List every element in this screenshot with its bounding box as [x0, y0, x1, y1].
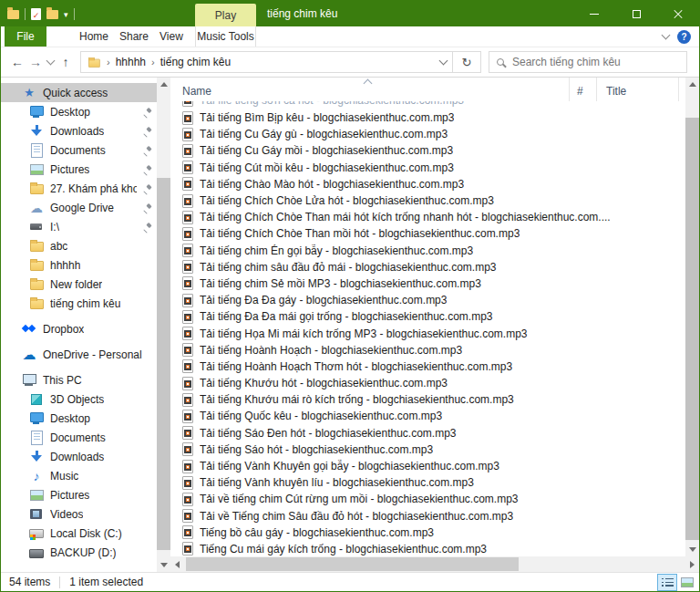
sidebar-item[interactable]: Downloads: [1, 121, 157, 140]
file-row[interactable]: Tải tiếng Bìm Bịp kêu - blogchiasekienth…: [170, 109, 685, 126]
new-folder-icon[interactable]: [46, 10, 58, 19]
properties-icon[interactable]: [31, 8, 41, 20]
sidebar-item[interactable]: Desktop: [1, 102, 157, 121]
scroll-down-arrow-icon[interactable]: [157, 558, 170, 572]
sidebar-item[interactable]: Local Disk (C:): [1, 524, 157, 543]
thumbnails-view-button[interactable]: [677, 574, 697, 591]
forward-button[interactable]: [26, 55, 45, 69]
file-row[interactable]: Tải tiếng Cu Gáy mồi - blogchiasekienthu…: [170, 142, 685, 159]
column-header-row: Name # Title: [170, 78, 699, 101]
file-row[interactable]: Tải về Tiếng chim Sâu đầu đỏ hót - blogc…: [170, 508, 685, 524]
file-row[interactable]: Tải file tiếng sơn ca hót - blogchiaseki…: [170, 101, 685, 109]
sidebar-item[interactable]: Desktop: [1, 409, 157, 428]
column-header-title[interactable]: Title: [597, 78, 679, 101]
vertical-scrollbar-thumb[interactable]: [685, 118, 699, 540]
sidebar-item[interactable]: Downloads: [1, 447, 157, 466]
ribbon-collapse-chevron-icon[interactable]: [662, 31, 671, 40]
mp3-file-icon: [182, 144, 193, 158]
scroll-up-arrow-icon[interactable]: [157, 78, 170, 91]
file-row[interactable]: Tải tiếng Khướu hót - blogchiasekienthuc…: [170, 375, 685, 391]
file-row[interactable]: Tải tiếng Vành Khuyên gọi bẫy - blogchia…: [170, 458, 685, 474]
file-row[interactable]: Tải tiếng Cút mồi kêu - blogchiasekienth…: [170, 160, 685, 176]
ribbon-tab[interactable]: Home: [74, 26, 114, 47]
ribbon-tab[interactable]: Share: [114, 26, 154, 47]
sidebar-item[interactable]: Pictures: [1, 160, 157, 179]
column-header-number[interactable]: #: [570, 78, 597, 101]
sidebar-item[interactable]: New folder: [1, 275, 157, 294]
file-row[interactable]: Tải tiếng chim Sẻ mồi MP3 - blogchiaseki…: [170, 275, 685, 292]
search-box[interactable]: [489, 51, 687, 73]
file-row[interactable]: Tải tiếng Đa Đa mái gọi trống - blogchia…: [170, 308, 685, 325]
mp3-file-icon: [182, 359, 193, 373]
file-row[interactable]: Tải tiếng Sáo hót - blogchiasekienthuc.c…: [170, 441, 685, 458]
file-row[interactable]: Tải tiếng Sáo Đen hót - blogchiasekienth…: [170, 425, 685, 441]
up-button[interactable]: [57, 55, 75, 69]
mp3-file-icon: [182, 211, 193, 224]
scroll-down-arrow-icon[interactable]: [685, 543, 699, 556]
sidebar-item[interactable]: 27. Khám phá kho gam: [1, 179, 157, 198]
sidebar-item[interactable]: Music: [1, 466, 157, 485]
qat-dropdown-icon[interactable]: [64, 7, 68, 20]
file-row[interactable]: Tiếng bồ câu gáy - blogchiasekienthuc.co…: [170, 524, 685, 541]
scroll-right-arrow-icon[interactable]: [685, 556, 699, 572]
sidebar-scrollbar[interactable]: [157, 78, 170, 572]
sidebar-item[interactable]: I:\: [1, 217, 157, 236]
ribbon-tab[interactable]: Music Tools: [195, 26, 256, 47]
file-row[interactable]: Tải tiếng Đa Đa gáy - blogchiasekienthuc…: [170, 292, 685, 308]
file-row[interactable]: Tải tiếng Chích Chòe Than mồi hót - blog…: [170, 225, 685, 242]
address-dropdown-icon[interactable]: [439, 57, 448, 66]
file-row[interactable]: Tải tiếng Chào Mào hót - blogchiasekient…: [170, 176, 685, 192]
file-row[interactable]: Tiếng Cu mái gáy kích trống - blogchiase…: [170, 541, 685, 556]
close-button[interactable]: [657, 1, 699, 26]
search-input[interactable]: [510, 55, 679, 69]
ribbon-tab[interactable]: View: [154, 26, 189, 47]
file-row[interactable]: Tải tiếng Khướu mái rò kích trống - blog…: [170, 391, 685, 408]
sidebar-item[interactable]: tiếng chim kêu: [1, 294, 157, 313]
file-row[interactable]: Tải tiếng Hoành Hoạch Thơm hót - blogchi…: [170, 358, 685, 375]
ribbon-tab[interactable]: File: [5, 26, 46, 47]
address-bar[interactable]: › hhhhh › tiếng chim kêu: [80, 51, 453, 73]
back-button[interactable]: [8, 55, 26, 69]
scroll-left-arrow-icon[interactable]: [170, 556, 184, 572]
sidebar-item[interactable]: OneDrive - Personal: [1, 345, 157, 364]
refresh-button[interactable]: [453, 51, 481, 73]
file-row[interactable]: Tải tiếng Chích Chòe Than mái hót kích t…: [170, 209, 685, 225]
file-row[interactable]: Tải tiếng Cu Gáy gù - blogchiasekienthuc…: [170, 126, 685, 142]
desktop-icon: [29, 411, 44, 425]
details-view-button[interactable]: [657, 574, 677, 591]
horizontal-scrollbar[interactable]: [170, 556, 699, 572]
sidebar-item[interactable]: Pictures: [1, 485, 157, 504]
sidebar-item[interactable]: abc: [1, 236, 157, 255]
file-row[interactable]: Tải tiếng Hoành Hoạch - blogchiasekienth…: [170, 342, 685, 358]
sidebar-scrollbar-thumb[interactable]: [157, 178, 170, 550]
maximize-button[interactable]: [615, 1, 657, 26]
file-row[interactable]: Tải tiếng chim sâu đầu đỏ mái - blogchia…: [170, 259, 685, 275]
recent-locations-dropdown[interactable]: [45, 60, 57, 64]
help-icon[interactable]: [677, 30, 691, 44]
sidebar-item[interactable]: Google Drive: [1, 198, 157, 217]
sidebar-item-label: Documents: [50, 144, 106, 157]
file-row[interactable]: Tải tiếng Quốc kêu - blogchiasekienthuc.…: [170, 408, 685, 424]
horizontal-scrollbar-thumb[interactable]: [186, 557, 519, 571]
file-row[interactable]: Tải tiếng chim Én gọi bẫy - blogchiaseki…: [170, 243, 685, 259]
breadcrumb-item[interactable]: hhhhh: [116, 56, 146, 68]
breadcrumb-item[interactable]: tiếng chim kêu: [160, 56, 231, 68]
sidebar-item[interactable]: This PC: [1, 370, 157, 389]
sidebar-item[interactable]: BACKUP (D:): [1, 543, 157, 562]
sidebar-item[interactable]: Documents: [1, 428, 157, 447]
sidebar-item[interactable]: hhhhh: [1, 255, 157, 275]
sidebar-item[interactable]: Videos: [1, 504, 157, 524]
file-row[interactable]: Tải tiếng Chích Chòe Lửa hót - blogchias…: [170, 192, 685, 209]
file-row[interactable]: Tải tiếng Họa Mi mái kích trống MP3 - bl…: [170, 325, 685, 341]
sidebar-item[interactable]: Quick access: [1, 83, 157, 102]
vertical-scrollbar[interactable]: [685, 78, 699, 556]
play-contextual-tab[interactable]: Play: [195, 4, 256, 26]
file-row[interactable]: Tải về tiếng chim Cút rừng um mồi - blog…: [170, 491, 685, 507]
explorer-window-icon[interactable]: [7, 10, 19, 19]
sidebar-item[interactable]: Dropbox: [1, 319, 157, 338]
sidebar-item[interactable]: 3D Objects: [1, 389, 157, 409]
file-row[interactable]: Tải tiếng Vành khuyên líu - blogchiaseki…: [170, 474, 685, 491]
sidebar-item[interactable]: Documents: [1, 140, 157, 160]
scroll-up-arrow-icon[interactable]: [685, 78, 699, 91]
minimize-button[interactable]: [573, 1, 615, 26]
